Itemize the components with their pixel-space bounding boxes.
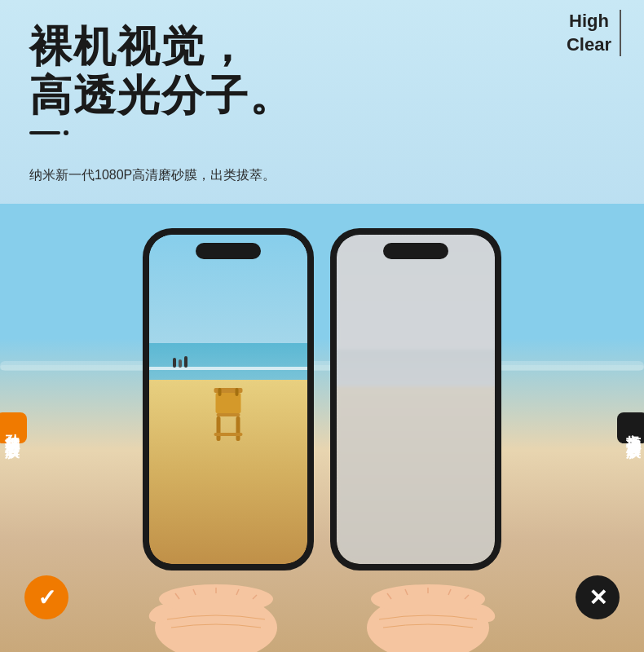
phone-notch-right (383, 243, 448, 259)
x-symbol: ✕ (589, 584, 607, 611)
svg-rect-4 (236, 416, 240, 441)
top-section: 裸机视觉， 高透光分子。 (0, 0, 644, 121)
frosted-overlay (337, 235, 495, 564)
sand-frosted (337, 386, 495, 564)
badge-divider (620, 10, 621, 56)
phone-clear (143, 228, 314, 570)
high-clear-badge: High Clear (567, 10, 611, 56)
x-badge: ✕ (576, 575, 620, 619)
subtitle: 纳米新一代1080P高清磨砂膜，出类拔萃。 (29, 167, 276, 184)
badge-clear: Clear (567, 33, 611, 57)
left-label: 劲林进口磨砂膜 (0, 412, 27, 443)
phones-section: 劲林进口磨砂膜 市场普通磨砂膜 ✓ ✕ (0, 204, 644, 652)
svg-rect-6 (218, 388, 222, 396)
phone-frosted (330, 228, 501, 570)
hands-area (0, 546, 644, 652)
title-line2: 高透光分子。 (29, 72, 293, 119)
dash-long (29, 131, 60, 134)
phones-container (143, 228, 501, 570)
svg-rect-5 (214, 433, 243, 436)
check-symbol: ✓ (37, 584, 56, 611)
check-badge: ✓ (24, 575, 68, 619)
right-label: 市场普通磨砂膜 (617, 412, 644, 443)
section-number (29, 130, 68, 135)
phone-notch-left (196, 243, 261, 259)
svg-rect-7 (236, 388, 239, 396)
phone-frosted-screen (337, 235, 495, 564)
title-line1: 裸机视觉， (29, 23, 249, 70)
svg-rect-2 (217, 413, 240, 416)
page: 裸机视觉， 高透光分子。 High Clear 纳米新一代1080P高清磨砂膜，… (0, 0, 644, 652)
badge-high: High (567, 10, 611, 33)
people-clear (173, 356, 187, 368)
phone-clear-screen (149, 235, 307, 564)
svg-rect-3 (217, 416, 221, 441)
grain-overlay (337, 235, 495, 564)
ocean-frosted (337, 350, 495, 389)
right-hand-svg (346, 554, 509, 652)
chair-svg (206, 384, 251, 449)
left-hand-svg (135, 554, 298, 652)
main-title: 裸机视觉， 高透光分子。 (29, 23, 615, 121)
dash-dot (64, 130, 68, 135)
